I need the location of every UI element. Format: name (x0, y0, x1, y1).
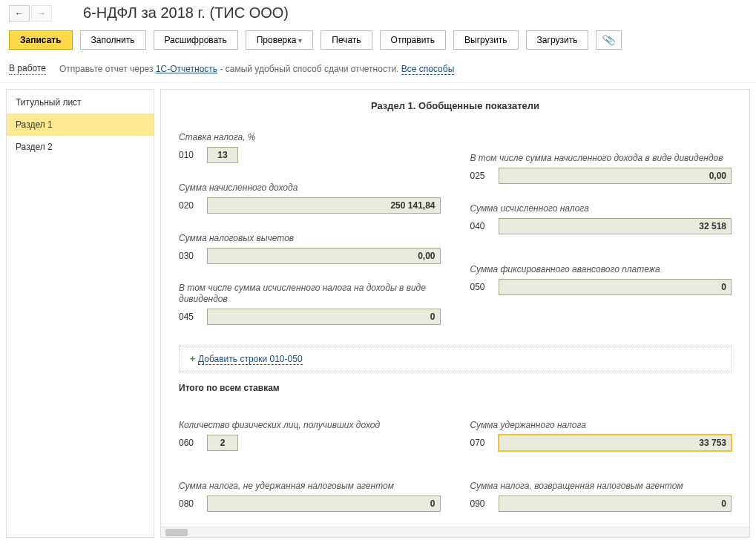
input-040[interactable]: 32 518 (499, 218, 732, 234)
code-050: 050 (470, 282, 491, 292)
label-fixed: Сумма фиксированного авансового платежа (470, 245, 732, 276)
input-045[interactable]: 0 (207, 309, 441, 325)
input-030[interactable]: 0,00 (207, 248, 441, 264)
input-070[interactable]: 33 753 (499, 435, 732, 451)
all-methods-link[interactable]: Все способы (401, 64, 455, 75)
info-hint: Отправьте отчет через 1С-Отчетность - са… (59, 64, 454, 74)
code-040: 040 (470, 221, 491, 231)
label-deduct: Сумма налоговых вычетов (179, 224, 441, 245)
code-090: 090 (470, 498, 491, 509)
sidebar-item-section2[interactable]: Раздел 2 (7, 136, 154, 158)
sidebar: Титульный лист Раздел 1 Раздел 2 (6, 89, 154, 538)
input-050[interactable]: 0 (499, 279, 732, 295)
code-030: 030 (179, 251, 200, 261)
input-060[interactable]: 2 (207, 435, 238, 451)
code-025: 025 (470, 171, 491, 181)
toolbar: Записать Заполнить Расшифровать Проверка… (0, 26, 756, 57)
add-lines-link[interactable]: +Добавить строки 010-050 (190, 354, 303, 364)
input-010[interactable]: 13 (207, 147, 238, 163)
main-panel: Раздел 1. Обобщенные показатели Ставка н… (160, 89, 750, 538)
label-count: Количество физических лиц, получивших до… (179, 401, 441, 432)
code-045: 045 (179, 312, 200, 322)
input-080[interactable]: 0 (207, 495, 441, 512)
send-button[interactable]: Отправить (380, 30, 447, 50)
add-lines-box: +Добавить строки 010-050 (179, 346, 732, 372)
paperclip-icon: 📎 (602, 33, 617, 47)
code-060: 060 (179, 438, 200, 448)
decode-button[interactable]: Расшифровать (154, 30, 238, 50)
horizontal-scrollbar[interactable] (161, 527, 749, 537)
write-button[interactable]: Записать (9, 30, 73, 50)
input-020[interactable]: 250 141,84 (207, 197, 441, 214)
print-button[interactable]: Печать (321, 30, 372, 50)
status-link[interactable]: В работе (9, 63, 46, 75)
add-lines-text: Добавить строки 010-050 (198, 354, 303, 365)
page-title: 6-НДФЛ за 2018 г. (ТИС ООО) (83, 4, 289, 22)
code-010: 010 (179, 150, 200, 160)
scroll-thumb[interactable] (165, 529, 188, 536)
check-button[interactable]: Проверка (246, 30, 314, 50)
nav-back-button[interactable]: ← (9, 5, 30, 22)
section-title: Раздел 1. Обобщенные показатели (179, 100, 732, 111)
code-070: 070 (470, 438, 491, 448)
label-returned: Сумма налога, возвращенная налоговым аге… (470, 461, 732, 493)
label-notheld: Сумма налога, не удержанная налоговым аг… (179, 461, 441, 493)
hint-post: - самый удобный способ сдачи отчетности. (217, 64, 401, 74)
report-link[interactable]: 1С-Отчетность (156, 64, 217, 74)
load-button[interactable]: Загрузить (526, 30, 589, 50)
plus-icon: + (190, 354, 195, 364)
label-calc: Сумма исчисленного налога (470, 194, 732, 215)
input-090[interactable]: 0 (499, 495, 732, 512)
sidebar-item-section1[interactable]: Раздел 1 (7, 113, 154, 136)
attach-button[interactable]: 📎 (596, 30, 622, 50)
label-div-income: В том числе сумма начисленного дохода в … (470, 123, 732, 165)
label-rate: Ставка налога, % (179, 123, 441, 144)
nav-forward-button[interactable]: → (31, 5, 52, 22)
code-020: 020 (179, 200, 200, 211)
fill-button[interactable]: Заполнить (80, 30, 146, 50)
label-held: Сумма удержанного налога (470, 401, 732, 432)
input-025[interactable]: 0,00 (499, 168, 732, 184)
sidebar-item-title-page[interactable]: Титульный лист (7, 91, 154, 113)
code-080: 080 (179, 498, 200, 509)
totals-heading: Итого по всем ставкам (179, 383, 732, 393)
export-button[interactable]: Выгрузить (453, 30, 519, 50)
label-div-calc: В том числе сумма исчисленного налога на… (179, 274, 441, 306)
hint-pre: Отправьте отчет через (59, 64, 156, 74)
label-income: Сумма начисленного дохода (179, 174, 441, 194)
